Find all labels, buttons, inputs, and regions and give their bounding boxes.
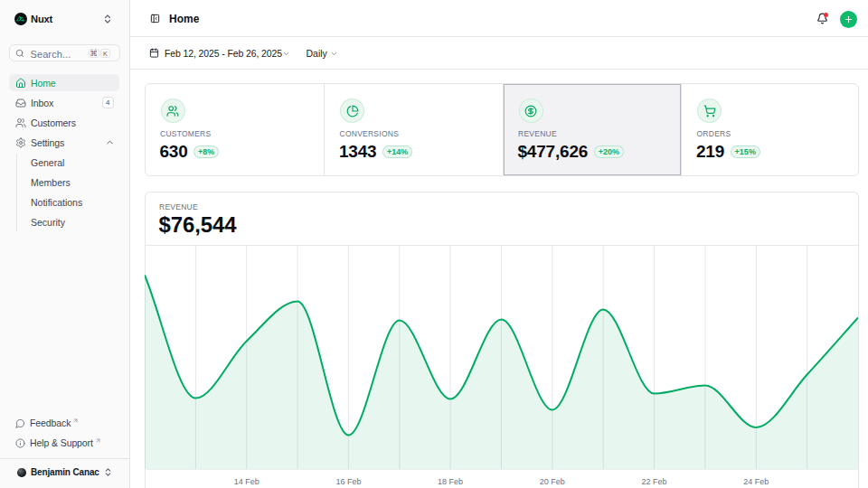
svg-text:24 Feb: 24 Feb [743,476,769,485]
svg-text:22 Feb: 22 Feb [641,476,666,485]
svg-text:14 Feb: 14 Feb [234,476,259,485]
svg-text:16 Feb: 16 Feb [335,476,361,485]
svg-text:18 Feb: 18 Feb [438,476,463,485]
svg-text:20 Feb: 20 Feb [540,476,565,485]
